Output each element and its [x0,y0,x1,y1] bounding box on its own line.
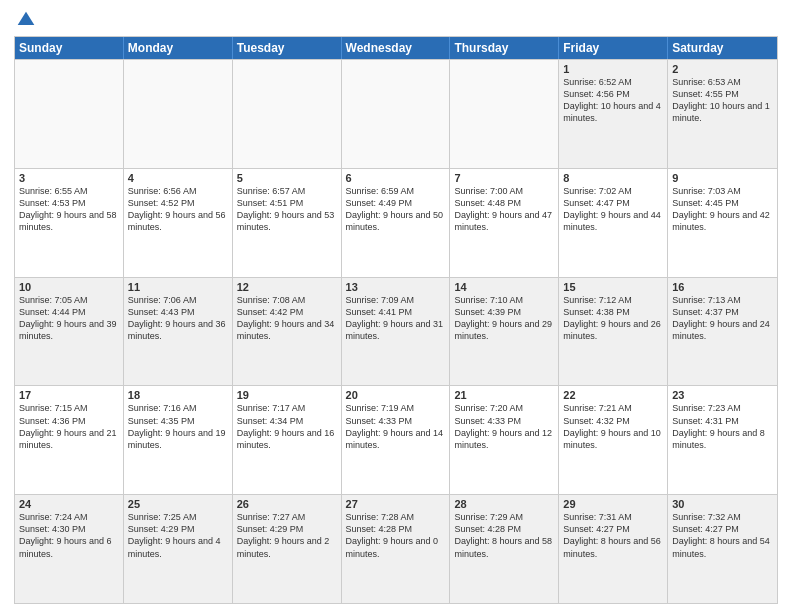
calendar-day-cell: 6Sunrise: 6:59 AM Sunset: 4:49 PM Daylig… [342,169,451,277]
calendar-week-row: 10Sunrise: 7:05 AM Sunset: 4:44 PM Dayli… [15,277,777,386]
calendar-day-cell: 10Sunrise: 7:05 AM Sunset: 4:44 PM Dayli… [15,278,124,386]
page: SundayMondayTuesdayWednesdayThursdayFrid… [0,0,792,612]
day-info: Sunrise: 7:13 AM Sunset: 4:37 PM Dayligh… [672,294,773,343]
calendar-day-cell: 7Sunrise: 7:00 AM Sunset: 4:48 PM Daylig… [450,169,559,277]
day-info: Sunrise: 6:57 AM Sunset: 4:51 PM Dayligh… [237,185,337,234]
day-info: Sunrise: 7:16 AM Sunset: 4:35 PM Dayligh… [128,402,228,451]
calendar-day-cell: 23Sunrise: 7:23 AM Sunset: 4:31 PM Dayli… [668,386,777,494]
calendar-day-cell: 24Sunrise: 7:24 AM Sunset: 4:30 PM Dayli… [15,495,124,603]
day-number: 5 [237,172,337,184]
day-info: Sunrise: 7:10 AM Sunset: 4:39 PM Dayligh… [454,294,554,343]
day-number: 7 [454,172,554,184]
calendar-header-cell: Tuesday [233,37,342,59]
calendar-day-cell: 12Sunrise: 7:08 AM Sunset: 4:42 PM Dayli… [233,278,342,386]
day-info: Sunrise: 7:15 AM Sunset: 4:36 PM Dayligh… [19,402,119,451]
calendar-day-cell [450,60,559,168]
calendar-day-cell: 29Sunrise: 7:31 AM Sunset: 4:27 PM Dayli… [559,495,668,603]
day-number: 11 [128,281,228,293]
day-info: Sunrise: 7:08 AM Sunset: 4:42 PM Dayligh… [237,294,337,343]
day-info: Sunrise: 7:02 AM Sunset: 4:47 PM Dayligh… [563,185,663,234]
calendar-week-row: 17Sunrise: 7:15 AM Sunset: 4:36 PM Dayli… [15,385,777,494]
calendar-day-cell: 28Sunrise: 7:29 AM Sunset: 4:28 PM Dayli… [450,495,559,603]
calendar-day-cell: 9Sunrise: 7:03 AM Sunset: 4:45 PM Daylig… [668,169,777,277]
day-number: 19 [237,389,337,401]
day-info: Sunrise: 7:12 AM Sunset: 4:38 PM Dayligh… [563,294,663,343]
calendar-day-cell [342,60,451,168]
calendar-week-row: 3Sunrise: 6:55 AM Sunset: 4:53 PM Daylig… [15,168,777,277]
calendar-day-cell: 8Sunrise: 7:02 AM Sunset: 4:47 PM Daylig… [559,169,668,277]
day-number: 27 [346,498,446,510]
day-number: 21 [454,389,554,401]
day-info: Sunrise: 7:23 AM Sunset: 4:31 PM Dayligh… [672,402,773,451]
calendar-week-row: 1Sunrise: 6:52 AM Sunset: 4:56 PM Daylig… [15,59,777,168]
day-info: Sunrise: 7:05 AM Sunset: 4:44 PM Dayligh… [19,294,119,343]
day-info: Sunrise: 7:32 AM Sunset: 4:27 PM Dayligh… [672,511,773,560]
day-number: 1 [563,63,663,75]
day-info: Sunrise: 6:53 AM Sunset: 4:55 PM Dayligh… [672,76,773,125]
calendar: SundayMondayTuesdayWednesdayThursdayFrid… [14,36,778,604]
day-number: 29 [563,498,663,510]
day-info: Sunrise: 7:09 AM Sunset: 4:41 PM Dayligh… [346,294,446,343]
day-number: 14 [454,281,554,293]
day-number: 17 [19,389,119,401]
calendar-header-cell: Saturday [668,37,777,59]
day-info: Sunrise: 7:03 AM Sunset: 4:45 PM Dayligh… [672,185,773,234]
calendar-day-cell: 14Sunrise: 7:10 AM Sunset: 4:39 PM Dayli… [450,278,559,386]
day-number: 30 [672,498,773,510]
day-number: 6 [346,172,446,184]
calendar-day-cell: 1Sunrise: 6:52 AM Sunset: 4:56 PM Daylig… [559,60,668,168]
calendar-day-cell: 16Sunrise: 7:13 AM Sunset: 4:37 PM Dayli… [668,278,777,386]
calendar-day-cell: 20Sunrise: 7:19 AM Sunset: 4:33 PM Dayli… [342,386,451,494]
day-number: 9 [672,172,773,184]
calendar-header-cell: Wednesday [342,37,451,59]
calendar-header-cell: Friday [559,37,668,59]
logo-text [14,10,36,30]
day-number: 3 [19,172,119,184]
day-info: Sunrise: 6:52 AM Sunset: 4:56 PM Dayligh… [563,76,663,125]
day-number: 20 [346,389,446,401]
day-number: 23 [672,389,773,401]
calendar-header-cell: Monday [124,37,233,59]
calendar-day-cell: 18Sunrise: 7:16 AM Sunset: 4:35 PM Dayli… [124,386,233,494]
day-info: Sunrise: 7:27 AM Sunset: 4:29 PM Dayligh… [237,511,337,560]
calendar-header-row: SundayMondayTuesdayWednesdayThursdayFrid… [15,37,777,59]
logo-icon [16,10,36,30]
day-info: Sunrise: 6:55 AM Sunset: 4:53 PM Dayligh… [19,185,119,234]
day-info: Sunrise: 7:00 AM Sunset: 4:48 PM Dayligh… [454,185,554,234]
day-info: Sunrise: 7:20 AM Sunset: 4:33 PM Dayligh… [454,402,554,451]
calendar-day-cell: 13Sunrise: 7:09 AM Sunset: 4:41 PM Dayli… [342,278,451,386]
day-number: 18 [128,389,228,401]
day-info: Sunrise: 7:25 AM Sunset: 4:29 PM Dayligh… [128,511,228,560]
calendar-header-cell: Sunday [15,37,124,59]
day-number: 12 [237,281,337,293]
day-info: Sunrise: 7:28 AM Sunset: 4:28 PM Dayligh… [346,511,446,560]
calendar-day-cell: 2Sunrise: 6:53 AM Sunset: 4:55 PM Daylig… [668,60,777,168]
day-info: Sunrise: 7:19 AM Sunset: 4:33 PM Dayligh… [346,402,446,451]
calendar-day-cell: 15Sunrise: 7:12 AM Sunset: 4:38 PM Dayli… [559,278,668,386]
calendar-day-cell: 25Sunrise: 7:25 AM Sunset: 4:29 PM Dayli… [124,495,233,603]
day-number: 4 [128,172,228,184]
header [14,10,778,30]
calendar-day-cell [15,60,124,168]
day-number: 22 [563,389,663,401]
calendar-day-cell [233,60,342,168]
calendar-day-cell: 27Sunrise: 7:28 AM Sunset: 4:28 PM Dayli… [342,495,451,603]
calendar-day-cell: 26Sunrise: 7:27 AM Sunset: 4:29 PM Dayli… [233,495,342,603]
calendar-day-cell: 11Sunrise: 7:06 AM Sunset: 4:43 PM Dayli… [124,278,233,386]
day-info: Sunrise: 6:56 AM Sunset: 4:52 PM Dayligh… [128,185,228,234]
calendar-header-cell: Thursday [450,37,559,59]
day-number: 2 [672,63,773,75]
calendar-day-cell: 4Sunrise: 6:56 AM Sunset: 4:52 PM Daylig… [124,169,233,277]
day-info: Sunrise: 6:59 AM Sunset: 4:49 PM Dayligh… [346,185,446,234]
day-number: 15 [563,281,663,293]
calendar-body: 1Sunrise: 6:52 AM Sunset: 4:56 PM Daylig… [15,59,777,603]
svg-marker-0 [18,12,35,25]
calendar-day-cell: 22Sunrise: 7:21 AM Sunset: 4:32 PM Dayli… [559,386,668,494]
calendar-week-row: 24Sunrise: 7:24 AM Sunset: 4:30 PM Dayli… [15,494,777,603]
day-info: Sunrise: 7:24 AM Sunset: 4:30 PM Dayligh… [19,511,119,560]
day-number: 16 [672,281,773,293]
calendar-day-cell: 19Sunrise: 7:17 AM Sunset: 4:34 PM Dayli… [233,386,342,494]
calendar-day-cell: 30Sunrise: 7:32 AM Sunset: 4:27 PM Dayli… [668,495,777,603]
logo [14,10,36,30]
day-info: Sunrise: 7:17 AM Sunset: 4:34 PM Dayligh… [237,402,337,451]
